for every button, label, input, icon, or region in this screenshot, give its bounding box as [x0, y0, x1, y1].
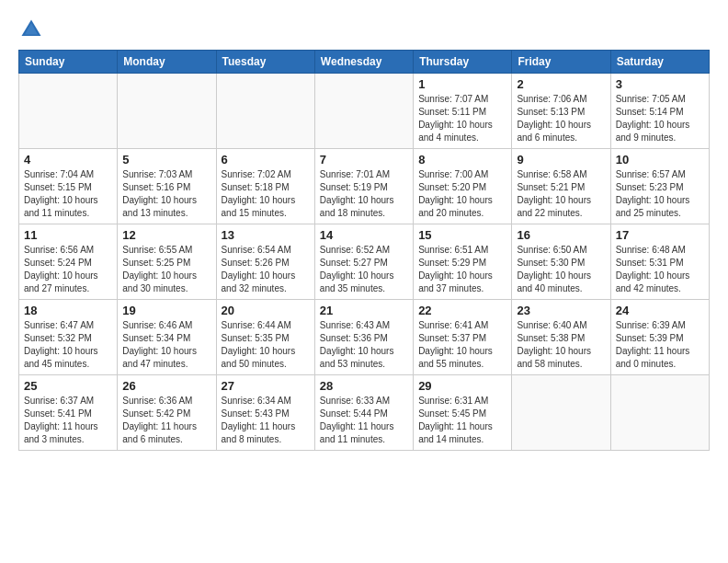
weekday-header-monday: Monday	[118, 51, 216, 74]
calendar-cell: 8Sunrise: 7:00 AM Sunset: 5:20 PM Daylig…	[414, 149, 512, 224]
calendar-cell: 2Sunrise: 7:06 AM Sunset: 5:13 PM Daylig…	[512, 74, 610, 149]
day-number: 10	[616, 153, 704, 167]
day-info: Sunrise: 6:34 AM Sunset: 5:43 PM Dayligh…	[222, 395, 310, 446]
page: SundayMondayTuesdayWednesdayThursdayFrid…	[0, 0, 728, 460]
calendar-cell: 27Sunrise: 6:34 AM Sunset: 5:43 PM Dayli…	[216, 375, 314, 451]
calendar-cell	[216, 74, 314, 149]
day-info: Sunrise: 6:48 AM Sunset: 5:31 PM Dayligh…	[616, 244, 704, 295]
day-number: 16	[517, 228, 605, 242]
logo	[18, 17, 48, 42]
day-info: Sunrise: 6:31 AM Sunset: 5:45 PM Dayligh…	[418, 395, 506, 446]
calendar-week-2: 11Sunrise: 6:56 AM Sunset: 5:24 PM Dayli…	[19, 224, 710, 300]
day-info: Sunrise: 6:39 AM Sunset: 5:39 PM Dayligh…	[616, 319, 704, 371]
day-number: 22	[418, 304, 506, 317]
calendar-cell: 5Sunrise: 7:03 AM Sunset: 5:16 PM Daylig…	[118, 149, 216, 224]
day-info: Sunrise: 6:47 AM Sunset: 5:32 PM Dayligh…	[24, 319, 112, 371]
day-info: Sunrise: 6:43 AM Sunset: 5:36 PM Dayligh…	[320, 319, 408, 371]
day-info: Sunrise: 6:52 AM Sunset: 5:27 PM Dayligh…	[320, 244, 408, 295]
day-info: Sunrise: 7:04 AM Sunset: 5:15 PM Dayligh…	[24, 168, 112, 220]
calendar-cell: 3Sunrise: 7:05 AM Sunset: 5:14 PM Daylig…	[610, 74, 709, 149]
calendar-week-1: 4Sunrise: 7:04 AM Sunset: 5:15 PM Daylig…	[19, 149, 710, 224]
weekday-header-wednesday: Wednesday	[314, 51, 413, 74]
day-number: 17	[616, 228, 704, 242]
weekday-header-saturday: Saturday	[610, 51, 709, 74]
day-number: 24	[616, 304, 704, 317]
calendar: SundayMondayTuesdayWednesdayThursdayFrid…	[18, 50, 710, 451]
day-number: 6	[222, 153, 310, 167]
calendar-cell: 14Sunrise: 6:52 AM Sunset: 5:27 PM Dayli…	[314, 224, 413, 300]
calendar-cell	[314, 74, 413, 149]
day-info: Sunrise: 6:57 AM Sunset: 5:23 PM Dayligh…	[616, 168, 704, 220]
day-number: 5	[122, 153, 210, 167]
calendar-week-0: 1Sunrise: 7:07 AM Sunset: 5:11 PM Daylig…	[19, 74, 710, 149]
calendar-cell: 17Sunrise: 6:48 AM Sunset: 5:31 PM Dayli…	[610, 224, 709, 300]
day-info: Sunrise: 6:33 AM Sunset: 5:44 PM Dayligh…	[320, 395, 408, 446]
day-number: 23	[517, 304, 605, 317]
calendar-cell: 21Sunrise: 6:43 AM Sunset: 5:36 PM Dayli…	[314, 300, 413, 375]
calendar-cell: 10Sunrise: 6:57 AM Sunset: 5:23 PM Dayli…	[610, 149, 709, 224]
weekday-header-thursday: Thursday	[414, 51, 512, 74]
calendar-cell: 25Sunrise: 6:37 AM Sunset: 5:41 PM Dayli…	[19, 375, 118, 451]
logo-icon	[18, 17, 44, 42]
day-number: 12	[122, 228, 210, 242]
calendar-cell: 7Sunrise: 7:01 AM Sunset: 5:19 PM Daylig…	[314, 149, 413, 224]
day-info: Sunrise: 6:58 AM Sunset: 5:21 PM Dayligh…	[517, 168, 605, 220]
day-number: 29	[418, 379, 506, 393]
day-info: Sunrise: 7:01 AM Sunset: 5:19 PM Dayligh…	[320, 168, 408, 220]
day-info: Sunrise: 6:41 AM Sunset: 5:37 PM Dayligh…	[418, 319, 506, 371]
calendar-cell: 18Sunrise: 6:47 AM Sunset: 5:32 PM Dayli…	[19, 300, 118, 375]
calendar-week-4: 25Sunrise: 6:37 AM Sunset: 5:41 PM Dayli…	[19, 375, 710, 451]
calendar-cell: 22Sunrise: 6:41 AM Sunset: 5:37 PM Dayli…	[414, 300, 512, 375]
day-info: Sunrise: 7:02 AM Sunset: 5:18 PM Dayligh…	[222, 168, 310, 220]
day-number: 8	[418, 153, 506, 167]
calendar-cell: 1Sunrise: 7:07 AM Sunset: 5:11 PM Daylig…	[414, 74, 512, 149]
weekday-header-sunday: Sunday	[19, 51, 118, 74]
header	[18, 17, 710, 42]
calendar-cell: 4Sunrise: 7:04 AM Sunset: 5:15 PM Daylig…	[19, 149, 118, 224]
calendar-cell: 9Sunrise: 6:58 AM Sunset: 5:21 PM Daylig…	[512, 149, 610, 224]
day-number: 27	[222, 379, 310, 393]
calendar-cell: 6Sunrise: 7:02 AM Sunset: 5:18 PM Daylig…	[216, 149, 314, 224]
day-info: Sunrise: 6:37 AM Sunset: 5:41 PM Dayligh…	[24, 395, 112, 446]
day-info: Sunrise: 6:40 AM Sunset: 5:38 PM Dayligh…	[517, 319, 605, 371]
day-info: Sunrise: 6:36 AM Sunset: 5:42 PM Dayligh…	[122, 395, 210, 446]
calendar-cell	[19, 74, 118, 149]
calendar-cell: 24Sunrise: 6:39 AM Sunset: 5:39 PM Dayli…	[610, 300, 709, 375]
day-info: Sunrise: 6:44 AM Sunset: 5:35 PM Dayligh…	[222, 319, 310, 371]
day-number: 2	[517, 77, 605, 91]
day-number: 28	[320, 379, 408, 393]
day-info: Sunrise: 6:56 AM Sunset: 5:24 PM Dayligh…	[24, 244, 112, 295]
day-info: Sunrise: 6:50 AM Sunset: 5:30 PM Dayligh…	[517, 244, 605, 295]
day-number: 11	[24, 228, 112, 242]
calendar-cell	[610, 375, 709, 451]
calendar-cell: 23Sunrise: 6:40 AM Sunset: 5:38 PM Dayli…	[512, 300, 610, 375]
day-info: Sunrise: 6:46 AM Sunset: 5:34 PM Dayligh…	[122, 319, 210, 371]
calendar-week-3: 18Sunrise: 6:47 AM Sunset: 5:32 PM Dayli…	[19, 300, 710, 375]
day-number: 19	[122, 304, 210, 317]
day-info: Sunrise: 6:54 AM Sunset: 5:26 PM Dayligh…	[222, 244, 310, 295]
day-number: 13	[222, 228, 310, 242]
calendar-cell: 26Sunrise: 6:36 AM Sunset: 5:42 PM Dayli…	[118, 375, 216, 451]
weekday-header-friday: Friday	[512, 51, 610, 74]
day-number: 9	[517, 153, 605, 167]
day-number: 18	[24, 304, 112, 317]
calendar-cell: 19Sunrise: 6:46 AM Sunset: 5:34 PM Dayli…	[118, 300, 216, 375]
calendar-cell: 13Sunrise: 6:54 AM Sunset: 5:26 PM Dayli…	[216, 224, 314, 300]
calendar-cell	[118, 74, 216, 149]
day-number: 25	[24, 379, 112, 393]
day-info: Sunrise: 7:03 AM Sunset: 5:16 PM Dayligh…	[122, 168, 210, 220]
calendar-cell: 28Sunrise: 6:33 AM Sunset: 5:44 PM Dayli…	[314, 375, 413, 451]
calendar-cell	[512, 375, 610, 451]
day-number: 20	[222, 304, 310, 317]
calendar-header-row: SundayMondayTuesdayWednesdayThursdayFrid…	[19, 51, 710, 74]
day-number: 7	[320, 153, 408, 167]
calendar-cell: 12Sunrise: 6:55 AM Sunset: 5:25 PM Dayli…	[118, 224, 216, 300]
day-number: 26	[122, 379, 210, 393]
day-number: 1	[418, 77, 506, 91]
calendar-cell: 11Sunrise: 6:56 AM Sunset: 5:24 PM Dayli…	[19, 224, 118, 300]
calendar-body: 1Sunrise: 7:07 AM Sunset: 5:11 PM Daylig…	[19, 74, 710, 451]
day-info: Sunrise: 7:05 AM Sunset: 5:14 PM Dayligh…	[616, 93, 704, 144]
day-info: Sunrise: 7:07 AM Sunset: 5:11 PM Dayligh…	[418, 93, 506, 144]
calendar-cell: 20Sunrise: 6:44 AM Sunset: 5:35 PM Dayli…	[216, 300, 314, 375]
day-number: 15	[418, 228, 506, 242]
